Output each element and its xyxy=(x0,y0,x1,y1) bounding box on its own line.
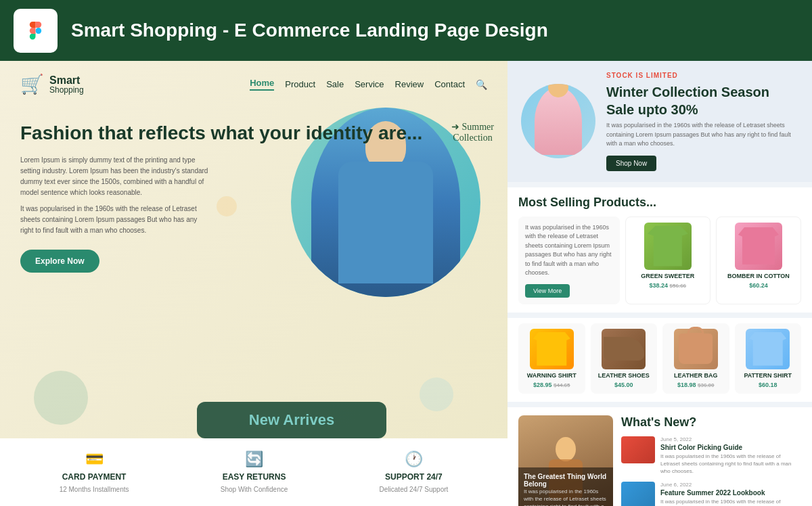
shop-now-button[interactable]: Shop Now xyxy=(606,156,656,171)
leather-shoes-name: LEATHER SHOES xyxy=(598,372,650,379)
winter-image xyxy=(521,84,595,158)
card-payment-subtitle: 12 Months Installments xyxy=(60,486,129,493)
pattern-shirt-price: $60.18 xyxy=(759,382,777,388)
leather-shoes-price: $45.00 xyxy=(614,382,633,388)
pattern-shirt-name: PATTERN SHIRT xyxy=(744,372,792,379)
leather-bag-name: LEATHER BAG xyxy=(674,372,717,379)
leather-bag-image xyxy=(674,329,718,369)
hero-body-2: It was popularised in the 1960s with the… xyxy=(20,204,210,236)
news-desc-2: It was popularised in the 1960s with the… xyxy=(660,498,801,506)
product-warning-shirt: WARNING SHIRT $28.95 $44.65 xyxy=(518,323,585,394)
main-area: 🛒 Smart Shopping Home Product Sale Servi… xyxy=(0,61,812,506)
leather-shoes-image xyxy=(602,329,646,369)
figma-logo xyxy=(14,9,58,53)
news-info-2: June 6, 2022 Feature Summer 2022 Lookboo… xyxy=(660,482,801,506)
whats-new-section: The Greatest Thing World Belong It was p… xyxy=(508,407,812,507)
most-selling-heading: Most Selling Products... xyxy=(518,196,801,210)
search-icon[interactable]: 🔍 xyxy=(476,79,487,90)
whats-new-main-overlay: The Greatest Thing World Belong It was p… xyxy=(518,467,613,506)
logo: 🛒 Smart Shopping xyxy=(20,73,84,95)
news-title-1[interactable]: Shirt Color Picking Guide xyxy=(660,444,801,451)
winter-banner: STOCK IS LIMITED Winter Collection Seaso… xyxy=(508,61,812,182)
new-arrives-banner: New Arrives xyxy=(197,402,386,438)
easy-returns-icon: 🔄 xyxy=(245,451,263,468)
winter-text: STOCK IS LIMITED Winter Collection Seaso… xyxy=(606,72,798,171)
nav-review[interactable]: Review xyxy=(395,79,424,89)
product-green-sweater: GREEN SWEETER $38.24 $56.66 xyxy=(625,216,710,304)
deco-circle-2 xyxy=(420,377,453,411)
bomber-name: BOMBER IN COTTON xyxy=(727,273,790,279)
right-panel: STOCK IS LIMITED Winter Collection Seaso… xyxy=(508,61,812,506)
warning-shirt-name: WARNING SHIRT xyxy=(527,372,577,379)
hero-text: Fashion that reflects what your identity… xyxy=(20,114,487,273)
easy-returns-subtitle: Shop With Confidence xyxy=(221,486,288,493)
featured-desc: It was popularised in the 1960s with the… xyxy=(525,223,613,278)
news-desc-1: It was popularised in the 1960s with the… xyxy=(660,453,801,476)
nav-links: Home Product Sale Service Review Contact… xyxy=(250,78,487,91)
green-sweater-image xyxy=(644,223,692,270)
products-row-2: WARNING SHIRT $28.95 $44.65 LEATHER SHOE… xyxy=(508,318,812,402)
stock-limited-label: STOCK IS LIMITED xyxy=(606,72,798,79)
hero-section: Fashion that reflects what your identity… xyxy=(0,108,508,273)
warning-shirt-price: $28.95 $44.65 xyxy=(533,382,570,388)
card-payment-icon: 💳 xyxy=(85,451,104,468)
hero-heading: Fashion that reflects what your identity… xyxy=(20,121,487,145)
news-title-2[interactable]: Feature Summer 2022 Lookbook xyxy=(660,489,801,497)
svg-point-0 xyxy=(556,437,576,461)
product-pattern-shirt: PATTERN SHIRT $60.18 xyxy=(735,323,802,394)
feature-support: 🕐 SUPPORT 24/7 Delicated 24/7 Support xyxy=(380,451,449,494)
support-icon: 🕐 xyxy=(405,451,423,468)
whats-new-articles: What's New? June 5, 2022 Shirt Color Pic… xyxy=(621,415,801,507)
green-sweater-name: GREEN SWEETER xyxy=(641,273,694,279)
news-item-1: June 5, 2022 Shirt Color Picking Guide I… xyxy=(621,436,801,476)
products-row-1: It was popularised in the 1960s with the… xyxy=(518,216,801,304)
support-title: SUPPORT 24/7 xyxy=(385,472,443,482)
bomber-price: $60.24 xyxy=(749,282,768,289)
card-payment-title: CARD PAYMENT xyxy=(62,472,127,482)
green-sweater-price: $38.24 $56.66 xyxy=(650,282,687,289)
nav-service[interactable]: Service xyxy=(355,79,384,89)
support-subtitle: Delicated 24/7 Support xyxy=(380,486,449,493)
nav-product[interactable]: Product xyxy=(285,79,315,89)
nav-home[interactable]: Home xyxy=(250,78,274,91)
winter-title: Winter Collection Season Sale upto 30% xyxy=(606,83,798,118)
warning-shirt-image xyxy=(530,329,574,369)
news-thumb-1 xyxy=(621,436,655,463)
winter-body: It was popularised in the 1960s with the… xyxy=(606,121,798,149)
whats-new-main-title: The Greatest Thing World Belong xyxy=(524,473,608,488)
news-date-2: June 6, 2022 xyxy=(660,482,801,488)
news-info-1: June 5, 2022 Shirt Color Picking Guide I… xyxy=(660,436,801,476)
logo-text: Smart Shopping xyxy=(49,75,84,94)
product-bomber: BOMBER IN COTTON $60.24 xyxy=(716,216,801,304)
nav-sale[interactable]: Sale xyxy=(326,79,344,89)
bomber-image xyxy=(735,223,782,270)
left-panel: 🛒 Smart Shopping Home Product Sale Servi… xyxy=(0,61,508,506)
news-item-2: June 6, 2022 Feature Summer 2022 Lookboo… xyxy=(621,482,801,506)
most-selling-section: Most Selling Products... It was populari… xyxy=(508,187,812,313)
page-title: Smart Shopping - E Commerce Landing Page… xyxy=(71,20,548,41)
product-featured: It was popularised in the 1960s with the… xyxy=(518,216,620,304)
whats-new-heading: What's New? xyxy=(621,415,801,430)
news-date-1: June 5, 2022 xyxy=(660,436,801,442)
nav-contact[interactable]: Contact xyxy=(434,79,465,89)
top-bar: Smart Shopping - E Commerce Landing Page… xyxy=(0,0,812,61)
whats-new-main-desc: It was popularised in the 1960s with the… xyxy=(524,488,608,506)
easy-returns-title: EASY RETURNS xyxy=(223,472,286,482)
winter-person-figure xyxy=(535,87,582,155)
feature-card-payment: 💳 CARD PAYMENT 12 Months Installments xyxy=(60,451,129,494)
news-thumb-2 xyxy=(621,482,655,506)
view-more-button[interactable]: View More xyxy=(525,284,570,298)
product-leather-bag: LEATHER BAG $18.98 $36.00 xyxy=(662,323,729,394)
deco-circle-1 xyxy=(34,371,88,425)
whats-new-main-image: The Greatest Thing World Belong It was p… xyxy=(518,415,613,507)
features-section: 💳 CARD PAYMENT 12 Months Installments 🔄 … xyxy=(0,438,508,506)
logo-icon: 🛒 xyxy=(20,73,44,95)
product-leather-shoes: LEATHER SHOES $45.00 xyxy=(591,323,658,394)
feature-easy-returns: 🔄 EASY RETURNS Shop With Confidence xyxy=(221,451,288,494)
explore-button[interactable]: Explore Now xyxy=(20,250,99,273)
leather-bag-price: $18.98 $36.00 xyxy=(677,382,715,388)
pattern-shirt-image xyxy=(746,329,790,369)
hero-body-1: Lorem Ipsum is simply dummy text of the … xyxy=(20,155,210,198)
